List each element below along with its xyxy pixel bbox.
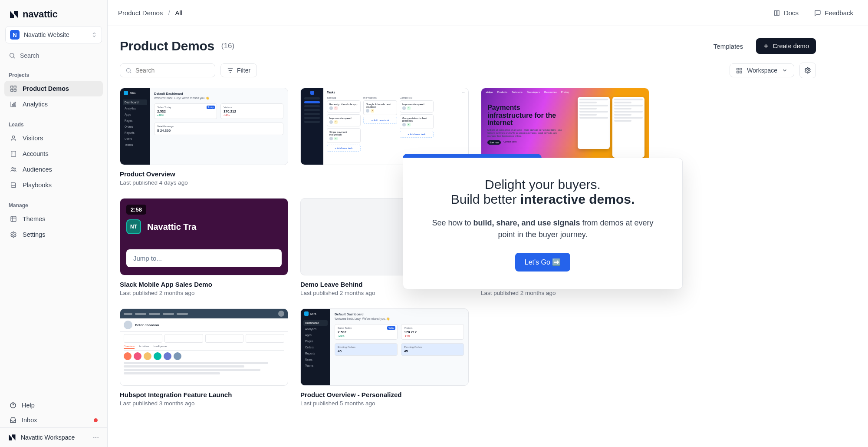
sidebar-item-playbooks[interactable]: Playbooks — [4, 177, 103, 193]
brand-name: navattic — [23, 9, 58, 20]
nav-section-projects: Projects Product Demos Analytics — [0, 70, 107, 112]
more-icon — [92, 434, 99, 441]
create-demo-button[interactable]: Create demo — [756, 38, 816, 54]
svg-rect-3 — [11, 89, 13, 91]
sidebar-item-audiences[interactable]: Audiences — [4, 162, 103, 177]
demo-title[interactable]: Product Overview — [120, 170, 288, 178]
sidebar-item-analytics[interactable]: Analytics — [4, 96, 103, 112]
help-icon — [10, 402, 16, 409]
svg-point-13 — [13, 234, 14, 235]
docs-label: Docs — [784, 9, 799, 17]
demo-card: Mira Dashboard Analytics Apps Pages Orde… — [300, 308, 469, 407]
demo-meta: Last published 5 months ago — [300, 400, 469, 407]
demo-title[interactable]: Product Overview - Personalized — [300, 391, 469, 398]
sidebar-search[interactable]: Search — [5, 50, 102, 62]
sidebar-item-themes[interactable]: Themes — [4, 211, 103, 227]
workspace-view-button[interactable]: Workspace — [730, 63, 794, 77]
svg-rect-22 — [740, 71, 742, 73]
svg-rect-21 — [737, 71, 739, 73]
inbox-label: Inbox — [22, 417, 37, 424]
svg-rect-19 — [737, 68, 739, 70]
book-icon — [773, 10, 780, 17]
breadcrumb-item[interactable]: All — [175, 9, 183, 17]
popover-cta-button[interactable]: Let's Go ➡️ — [515, 253, 571, 272]
plus-icon — [763, 43, 769, 49]
filter-button[interactable]: Filter — [220, 63, 257, 77]
demo-thumbnail[interactable]: Mira Dashboard Analytics Apps Pages Orde… — [120, 88, 288, 165]
sidebar: navattic N Navattic Website Search Proje… — [0, 0, 108, 447]
demo-thumbnail[interactable]: Peter Johnson OverviewActivitiesIntellig… — [120, 308, 288, 386]
svg-rect-2 — [14, 86, 16, 88]
chat-icon — [814, 10, 821, 17]
sidebar-inbox[interactable]: Inbox — [0, 413, 107, 427]
topbar: Product Demos / All Docs Feedback — [108, 0, 868, 26]
demo-thumbnail[interactable]: 2:58 NT Navattic Tra Jump to... — [120, 198, 288, 275]
help-label: Help — [22, 402, 35, 409]
search-input-wrap[interactable] — [120, 63, 215, 77]
gear-icon — [804, 67, 811, 74]
chevron-up-down-icon — [91, 32, 97, 38]
demo-title[interactable]: Hubspot Integration Feature Launch — [120, 391, 288, 398]
nav-label: Settings — [23, 231, 45, 238]
nav-section-leads: Leads Visitors Accounts Audiences Playbo… — [0, 120, 107, 193]
sidebar-item-product-demos[interactable]: Product Demos — [4, 81, 103, 96]
demo-title[interactable]: Slack Mobile App Sales Demo — [120, 281, 288, 288]
demo-card: 2:58 NT Navattic Tra Jump to... Slack Mo… — [120, 198, 288, 296]
section-label: Manage — [0, 201, 107, 211]
svg-point-11 — [14, 168, 16, 169]
nav-label: Accounts — [23, 150, 49, 157]
svg-rect-1 — [11, 86, 13, 88]
feedback-label: Feedback — [825, 9, 853, 17]
filter-icon — [227, 67, 233, 74]
footer-workspace-switcher[interactable]: Navattic Workspace — [0, 427, 107, 447]
search-input[interactable] — [135, 67, 210, 74]
search-icon — [9, 52, 16, 59]
book-icon — [10, 181, 17, 189]
docs-link[interactable]: Docs — [769, 7, 803, 19]
sidebar-item-visitors[interactable]: Visitors — [4, 130, 103, 146]
templates-link[interactable]: Templates — [707, 39, 749, 53]
breadcrumb-separator: / — [168, 9, 170, 17]
grid-icon — [10, 85, 17, 93]
chevron-down-icon — [782, 67, 788, 73]
svg-rect-12 — [11, 216, 16, 222]
filter-label: Filter — [237, 67, 250, 74]
create-demo-label: Create demo — [773, 43, 809, 50]
page-header: Product Demos (16) Templates Create demo — [120, 38, 816, 54]
nav-label: Analytics — [23, 101, 48, 108]
brand-logo[interactable]: navattic — [0, 0, 107, 26]
user-icon — [10, 134, 17, 142]
demo-card: Peter Johnson OverviewActivitiesIntellig… — [120, 308, 288, 407]
demo-thumbnail[interactable]: Mira Dashboard Analytics Apps Pages Orde… — [300, 308, 469, 386]
demo-card: Mira Dashboard Analytics Apps Pages Orde… — [120, 88, 288, 186]
sidebar-item-settings[interactable]: Settings — [4, 227, 103, 242]
video-duration-badge: 2:58 — [126, 205, 146, 215]
popover-body: See how to build, share, and use signals… — [425, 217, 661, 241]
workspace-switcher[interactable]: N Navattic Website — [5, 26, 102, 43]
onboarding-popover: Delight your buyers. Build better intera… — [403, 154, 683, 289]
workspace-name: Navattic Website — [24, 31, 87, 38]
svg-rect-7 — [15, 102, 16, 106]
nav-label: Playbooks — [23, 182, 52, 189]
breadcrumb-item[interactable]: Product Demos — [118, 9, 163, 17]
chart-icon — [10, 100, 17, 108]
sidebar-help[interactable]: Help — [0, 398, 107, 413]
footer-workspace-name: Navattic Workspace — [21, 434, 75, 441]
nav-label: Product Demos — [23, 85, 69, 92]
svg-point-17 — [98, 437, 99, 438]
breadcrumbs: Product Demos / All — [118, 9, 182, 17]
palette-icon — [10, 215, 17, 223]
feedback-link[interactable]: Feedback — [810, 7, 858, 19]
demo-meta: Last published 4 days ago — [120, 179, 288, 186]
grid-icon — [736, 67, 743, 74]
workspace-badge: N — [10, 30, 20, 40]
search-label: Search — [20, 52, 39, 59]
svg-rect-6 — [13, 103, 14, 106]
page-title: Product Demos — [120, 39, 214, 53]
gear-icon — [10, 231, 17, 238]
view-settings-button[interactable] — [799, 63, 816, 78]
svg-point-16 — [95, 437, 96, 438]
inbox-icon — [10, 417, 16, 424]
svg-rect-20 — [740, 68, 742, 70]
sidebar-item-accounts[interactable]: Accounts — [4, 146, 103, 162]
